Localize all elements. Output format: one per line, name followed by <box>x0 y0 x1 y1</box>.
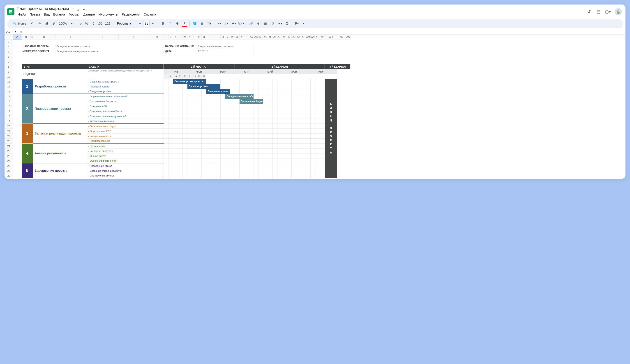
cell[interactable] <box>235 114 240 119</box>
cell[interactable] <box>296 104 301 109</box>
comment-icon[interactable]: ⊕ <box>255 20 262 26</box>
menu-insert[interactable]: Вставка <box>52 12 66 17</box>
cell[interactable] <box>240 119 244 124</box>
cell[interactable] <box>235 163 240 168</box>
cell[interactable] <box>282 114 287 119</box>
cell[interactable] <box>263 139 268 144</box>
cell[interactable] <box>211 79 216 84</box>
cell[interactable] <box>216 139 220 144</box>
cell[interactable] <box>254 129 258 134</box>
cell[interactable] <box>296 139 301 144</box>
cell[interactable] <box>206 109 211 114</box>
cell[interactable] <box>296 168 301 173</box>
cell[interactable] <box>301 158 306 163</box>
cell[interactable] <box>235 119 240 124</box>
column-header[interactable]: H <box>150 34 164 39</box>
cell[interactable] <box>292 149 296 153</box>
cell[interactable] <box>244 168 249 173</box>
cell[interactable] <box>168 79 173 84</box>
cell[interactable] <box>320 119 325 124</box>
cell[interactable] <box>220 104 225 109</box>
cell[interactable] <box>320 124 325 129</box>
cell[interactable] <box>320 129 325 134</box>
cell[interactable] <box>183 173 188 178</box>
cell[interactable] <box>202 153 206 158</box>
cell[interactable] <box>315 144 320 149</box>
row-header[interactable]: 26 <box>4 153 13 158</box>
column-header[interactable]: C <box>31 34 33 39</box>
cell[interactable] <box>173 139 178 144</box>
cell[interactable]: 23 <box>178 74 183 79</box>
cell[interactable] <box>183 89 188 94</box>
cell[interactable] <box>282 84 287 89</box>
cell[interactable] <box>292 134 296 139</box>
cell[interactable] <box>249 104 254 109</box>
cell[interactable] <box>306 109 310 114</box>
cell[interactable] <box>206 173 211 178</box>
cell[interactable] <box>249 114 254 119</box>
cell[interactable] <box>296 79 301 84</box>
column-header[interactable]: AS <box>346 34 350 39</box>
cell[interactable] <box>183 153 188 158</box>
cell[interactable] <box>306 178 310 179</box>
menu-edit[interactable]: Правка <box>28 12 42 17</box>
halign-button[interactable]: ≡▾ <box>216 20 222 26</box>
cell[interactable] <box>273 99 278 104</box>
print-icon[interactable]: 🖶 <box>44 20 50 26</box>
cell[interactable] <box>173 94 178 99</box>
cell[interactable] <box>192 173 197 178</box>
cell[interactable] <box>258 158 263 163</box>
cell[interactable] <box>244 178 249 179</box>
cell[interactable]: Создание устава проекта <box>87 79 164 84</box>
cell[interactable] <box>315 129 320 134</box>
cell[interactable] <box>278 99 282 104</box>
cell[interactable]: Анализ результатов <box>33 144 87 163</box>
cell[interactable] <box>320 168 325 173</box>
cell[interactable] <box>178 178 183 179</box>
redo-icon[interactable]: ↷ <box>36 20 43 26</box>
cell[interactable] <box>263 99 268 104</box>
cell[interactable] <box>164 89 168 94</box>
cell[interactable] <box>273 119 278 124</box>
row-header[interactable]: 12 <box>4 84 13 89</box>
row-header[interactable]: 8 <box>4 64 13 69</box>
functions-icon[interactable]: Σ <box>284 20 290 26</box>
cell[interactable] <box>278 109 282 114</box>
cell[interactable] <box>211 149 216 153</box>
cell[interactable] <box>164 158 168 163</box>
cell[interactable] <box>206 153 211 158</box>
cell[interactable] <box>273 79 278 84</box>
cell[interactable] <box>173 99 178 104</box>
column-header[interactable]: AA <box>249 34 254 39</box>
cell[interactable] <box>315 158 320 163</box>
cell[interactable] <box>197 124 202 129</box>
borders-button[interactable]: ⊞ <box>199 20 205 26</box>
cell[interactable] <box>296 178 301 179</box>
cell[interactable] <box>301 94 306 99</box>
menu-data[interactable]: Данные <box>82 12 96 17</box>
cell[interactable] <box>225 178 230 179</box>
cell[interactable] <box>206 79 211 84</box>
column-header[interactable]: AH <box>282 34 287 39</box>
cell[interactable] <box>258 124 263 129</box>
cell[interactable] <box>216 104 220 109</box>
cell[interactable] <box>188 129 192 134</box>
cell[interactable] <box>211 144 216 149</box>
cell[interactable] <box>188 124 192 129</box>
cell[interactable] <box>306 149 310 153</box>
cell[interactable] <box>254 114 258 119</box>
cell[interactable] <box>173 149 178 153</box>
cell[interactable] <box>216 134 220 139</box>
cell[interactable]: Цели проекта <box>87 144 164 149</box>
cell[interactable] <box>296 173 301 178</box>
cell[interactable] <box>188 119 192 124</box>
cell[interactable] <box>164 168 168 173</box>
cell[interactable] <box>310 79 315 84</box>
formula-input[interactable] <box>24 29 626 34</box>
cell[interactable] <box>306 144 310 149</box>
cell[interactable] <box>320 139 325 144</box>
star-icon[interactable]: ☆ <box>72 7 75 11</box>
undo-icon[interactable]: ↶ <box>29 20 36 26</box>
menu-view[interactable]: Вид <box>42 12 51 17</box>
cell[interactable] <box>278 129 282 134</box>
